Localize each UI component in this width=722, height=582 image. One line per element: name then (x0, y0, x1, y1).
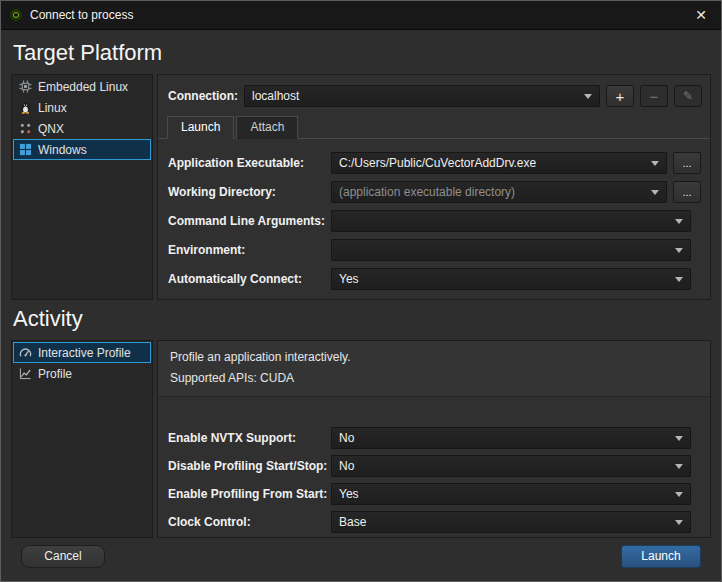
application-executable-browse-button[interactable]: ... (673, 152, 701, 174)
launch-button[interactable]: Launch (621, 545, 701, 568)
chevron-down-icon (651, 190, 659, 195)
app-icon (9, 8, 23, 22)
connection-value: localhost (252, 89, 578, 103)
enable-profiling-from-start-value: Yes (339, 487, 669, 501)
platform-item-label: QNX (38, 122, 64, 136)
chevron-down-icon (675, 520, 683, 525)
command-line-arguments-label: Command Line Arguments: (168, 214, 331, 228)
application-executable-label: Application Executable: (168, 156, 331, 170)
environment-combo[interactable] (331, 239, 691, 261)
platform-item-linux[interactable]: Linux (13, 97, 151, 118)
form-row-environment: Environment: (168, 239, 701, 261)
activity-heading: Activity (13, 306, 711, 332)
working-directory-combo[interactable]: (application executable directory) (331, 181, 667, 203)
tab-launch[interactable]: Launch (167, 116, 234, 139)
connection-row: Connection: localhost + − ✎ (158, 75, 710, 116)
titlebar: Connect to process ✕ (1, 1, 721, 30)
enable-nvtx-combo[interactable]: No (331, 427, 691, 449)
clock-control-value: Base (339, 515, 669, 529)
command-line-arguments-combo[interactable] (331, 210, 691, 232)
form-row-command-line-arguments: Command Line Arguments: (168, 210, 701, 232)
activity-item-label: Profile (38, 367, 72, 381)
chevron-down-icon (675, 277, 683, 282)
target-platform-section: Embedded Linux Linu (11, 74, 711, 300)
automatically-connect-label: Automatically Connect: (168, 272, 331, 286)
remove-connection-button[interactable]: − (640, 85, 668, 107)
enable-nvtx-value: No (339, 431, 669, 445)
enable-nvtx-label: Enable NVTX Support: (168, 431, 331, 445)
dialog-footer: Cancel Launch (11, 539, 711, 581)
form-row-enable-nvtx: Enable NVTX Support: No (168, 427, 701, 449)
target-platform-panel: Connection: localhost + − ✎ Launch Attac… (157, 74, 711, 300)
qnx-icon (18, 122, 32, 136)
profile-icon (18, 367, 32, 381)
tab-attach[interactable]: Attach (236, 116, 298, 139)
window-title: Connect to process (30, 8, 682, 22)
automatically-connect-combo[interactable]: Yes (331, 268, 691, 290)
activity-form: Enable NVTX Support: No Disable Profilin… (158, 397, 710, 541)
connection-label: Connection: (168, 89, 238, 103)
activity-section: Interactive Profile Profile Profile an a… (11, 340, 711, 538)
activity-supported-apis: Supported APIs: CUDA (170, 371, 698, 385)
disable-profiling-start-stop-label: Disable Profiling Start/Stop: (168, 459, 331, 473)
form-row-application-executable: Application Executable: C:/Users/Public/… (168, 152, 701, 174)
embedded-linux-icon (18, 80, 32, 94)
chevron-down-icon (651, 161, 659, 166)
interactive-profile-icon (18, 346, 32, 360)
edit-connection-button[interactable]: ✎ (674, 85, 702, 107)
platform-item-label: Windows (38, 143, 87, 157)
form-row-automatically-connect: Automatically Connect: Yes (168, 268, 701, 290)
chevron-down-icon (675, 436, 683, 441)
working-directory-browse-button[interactable]: ... (673, 181, 701, 203)
form-row-working-directory: Working Directory: (application executab… (168, 181, 701, 203)
platform-list: Embedded Linux Linu (11, 74, 153, 300)
activity-item-profile[interactable]: Profile (13, 363, 151, 384)
disable-profiling-start-stop-combo[interactable]: No (331, 455, 691, 477)
windows-icon (18, 143, 32, 157)
disable-profiling-start-stop-value: No (339, 459, 669, 473)
enable-profiling-from-start-combo[interactable]: Yes (331, 483, 691, 505)
enable-profiling-from-start-label: Enable Profiling From Start: (168, 487, 331, 501)
activity-list: Interactive Profile Profile (11, 340, 153, 538)
automatically-connect-value: Yes (339, 272, 669, 286)
form-row-enable-profiling-from-start: Enable Profiling From Start: Yes (168, 483, 701, 505)
close-icon[interactable]: ✕ (689, 5, 713, 25)
form-row-clock-control: Clock Control: Base (168, 511, 701, 533)
clock-control-combo[interactable]: Base (331, 511, 691, 533)
clock-control-label: Clock Control: (168, 515, 331, 529)
working-directory-placeholder: (application executable directory) (339, 185, 645, 199)
form-row-disable-profiling-start-stop: Disable Profiling Start/Stop: No (168, 455, 701, 477)
application-executable-value: C:/Users/Public/CuVectorAddDrv.exe (339, 156, 645, 170)
chevron-down-icon (675, 464, 683, 469)
platform-item-label: Linux (38, 101, 67, 115)
chevron-down-icon (675, 492, 683, 497)
dialog-content: Target Platform (1, 30, 721, 581)
activity-item-label: Interactive Profile (38, 346, 131, 360)
platform-item-label: Embedded Linux (38, 80, 128, 94)
environment-label: Environment: (168, 243, 331, 257)
connect-to-process-dialog: Connect to process ✕ Target Platform (0, 0, 722, 582)
platform-item-windows[interactable]: Windows (13, 139, 151, 160)
cancel-button[interactable]: Cancel (21, 545, 105, 568)
activity-item-interactive-profile[interactable]: Interactive Profile (13, 342, 151, 363)
activity-description-line: Profile an application interactively. (170, 350, 698, 364)
connection-combo[interactable]: localhost (244, 85, 600, 107)
platform-item-embedded-linux[interactable]: Embedded Linux (13, 76, 151, 97)
chevron-down-icon (584, 94, 592, 99)
target-platform-heading: Target Platform (13, 40, 711, 66)
launch-form: Application Executable: C:/Users/Public/… (158, 139, 710, 298)
chevron-down-icon (675, 219, 683, 224)
activity-panel: Profile an application interactively. Su… (157, 340, 711, 538)
activity-description: Profile an application interactively. Su… (158, 341, 710, 397)
working-directory-label: Working Directory: (168, 185, 331, 199)
application-executable-combo[interactable]: C:/Users/Public/CuVectorAddDrv.exe (331, 152, 667, 174)
add-connection-button[interactable]: + (606, 85, 634, 107)
linux-icon (18, 101, 32, 115)
platform-item-qnx[interactable]: QNX (13, 118, 151, 139)
launch-attach-tabs: Launch Attach (158, 116, 710, 139)
chevron-down-icon (675, 248, 683, 253)
